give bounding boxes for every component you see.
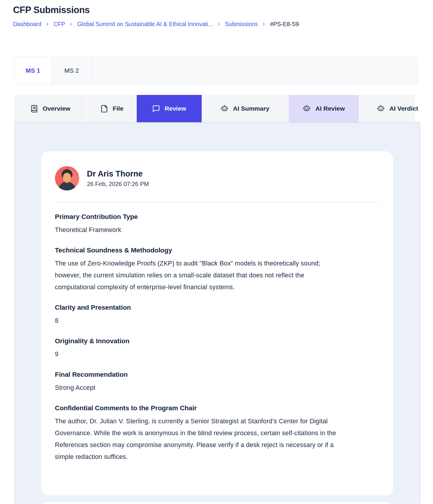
breadcrumb-link-cfp[interactable]: CFP <box>53 21 65 28</box>
page-header: CFP Submissions Dashboard CFP Global Sum… <box>0 0 433 28</box>
section-heading: Confidential Comments to the Program Cha… <box>55 404 379 413</box>
breadcrumb-current-submission-id: #PS-E8-S9 <box>270 21 299 28</box>
review-section-final-recommendation: Final Recommendation Strong Accept <box>55 370 379 394</box>
section-heading: Originality & Innovation <box>55 337 379 346</box>
review-section-originality: Originality & Innovation 9 <box>55 337 379 360</box>
section-body: Theoretical Framework <box>55 224 337 236</box>
review-timestamp: 26 Feb, 2026 07:26 PM <box>87 181 149 187</box>
tab-review[interactable]: Review <box>137 95 202 122</box>
submission-tab-bar: Overview File Review <box>14 95 420 122</box>
breadcrumb-link-submissions[interactable]: Submissions <box>225 21 258 28</box>
reviewer-name: Dr Aris Thorne <box>87 169 149 179</box>
tab-review-label: Review <box>165 105 186 112</box>
section-body: 9 <box>55 348 337 360</box>
section-heading: Primary Contribution Type <box>55 212 379 221</box>
tab-ms-1-label: MS 1 <box>26 67 40 74</box>
tab-ms-2[interactable]: MS 2 <box>52 57 92 84</box>
chevron-right-icon <box>69 22 73 26</box>
chevron-right-icon <box>262 22 266 26</box>
tab-ai-summary-label: AI Summary <box>233 105 270 112</box>
section-body: Strong Accept <box>55 382 337 394</box>
section-heading: Final Recommendation <box>55 370 379 379</box>
tab-ai-review-label: AI Review <box>315 105 345 112</box>
tab-ai-verdict[interactable]: AI Verdict <box>359 95 433 122</box>
section-heading: Clarity and Presentation <box>55 303 379 312</box>
avatar <box>55 166 79 190</box>
review-section-clarity: Clarity and Presentation 8 <box>55 303 379 327</box>
breadcrumb-link-event[interactable]: Global Summit on Sustainable AI & Ethica… <box>77 21 213 28</box>
next-review-card-partial <box>41 502 393 504</box>
chevron-right-icon <box>45 22 50 26</box>
tab-overview[interactable]: Overview <box>14 95 86 122</box>
manuscript-tab-bar: MS 1 MS 2 <box>14 56 418 85</box>
section-body: The use of Zero-Knowledge Proofs (ZKP) t… <box>55 257 337 293</box>
robot-icon <box>377 104 385 113</box>
book-icon <box>30 105 38 113</box>
breadcrumb-link-dashboard[interactable]: Dashboard <box>13 21 41 28</box>
tab-ai-summary[interactable]: AI Summary <box>202 95 288 122</box>
section-body: 8 <box>55 315 337 327</box>
tab-ai-verdict-label: AI Verdict <box>389 105 418 112</box>
reviewer-header: Dr Aris Thorne 26 Feb, 2026 07:26 PM <box>55 166 379 190</box>
reviewer-meta: Dr Aris Thorne 26 Feb, 2026 07:26 PM <box>87 169 149 187</box>
robot-icon <box>220 104 229 113</box>
chevron-right-icon <box>217 22 221 26</box>
section-body: The author, Dr. Julian V. Sterling, is c… <box>55 415 337 463</box>
review-section-confidential-comments: Confidential Comments to the Program Cha… <box>55 404 379 463</box>
chat-bubble-icon <box>152 105 160 113</box>
page-title: CFP Submissions <box>13 5 433 15</box>
review-card: Dr Aris Thorne 26 Feb, 2026 07:26 PM Pri… <box>41 151 393 495</box>
divider <box>55 202 379 202</box>
tab-overview-label: Overview <box>43 105 70 112</box>
tab-ai-review[interactable]: AI Review <box>288 95 359 122</box>
review-section-technical-soundness: Technical Soundness & Methodology The us… <box>55 246 379 293</box>
robot-icon <box>303 104 311 113</box>
review-section-contribution-type: Primary Contribution Type Theoretical Fr… <box>55 212 379 236</box>
tab-ms-2-label: MS 2 <box>64 67 79 74</box>
file-icon <box>100 105 108 113</box>
section-heading: Technical Soundness & Methodology <box>55 246 379 255</box>
tab-file-label: File <box>113 105 123 112</box>
tab-content-panel: Dr Aris Thorne 26 Feb, 2026 07:26 PM Pri… <box>14 122 420 504</box>
breadcrumb: Dashboard CFP Global Summit on Sustainab… <box>13 21 433 28</box>
tab-file[interactable]: File <box>86 95 137 122</box>
tab-ms-1[interactable]: MS 1 <box>15 57 52 84</box>
